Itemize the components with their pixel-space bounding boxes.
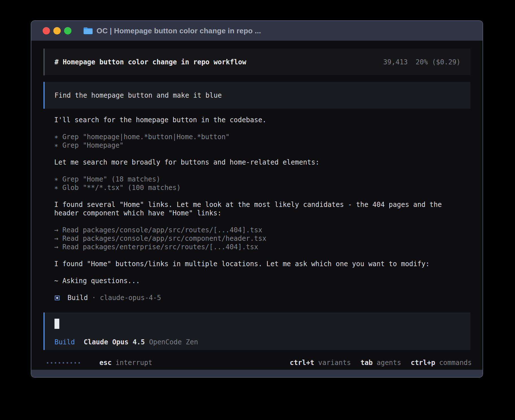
tool-call-group: → Read packages/console/app/src/routes/[… xyxy=(54,226,455,251)
assistant-text: I'll search for the homepage button in t… xyxy=(54,116,455,124)
assistant-paragraph: I found several "Home" links. Let me loo… xyxy=(54,200,455,217)
session-title: # Homepage button color change in repo w… xyxy=(54,58,246,66)
esc-label: interrupt xyxy=(115,359,152,367)
user-message-text: Find the homepage button and make it blu… xyxy=(54,91,222,99)
working-spinner-icon xyxy=(47,362,80,364)
assistant-paragraph: Let me search more broadly for buttons a… xyxy=(54,158,455,167)
agent-status-row: Build · claude-opus-4-5 xyxy=(54,294,455,302)
agents-label: agents xyxy=(377,359,401,367)
variants-label: variants xyxy=(318,359,351,367)
active-model-label[interactable]: Claude Opus 4.5 xyxy=(84,338,145,346)
tool-call-group: ∗ Grep "Home" (18 matches) ∗ Glob "**/*.… xyxy=(54,175,455,192)
token-count: 39,413 xyxy=(383,58,408,66)
tool-call-glob: ∗ Glob "**/*.tsx" (100 matches) xyxy=(54,183,455,192)
active-agent-label[interactable]: Build xyxy=(54,338,75,346)
assistant-text: I found "Home" buttons/links in multiple… xyxy=(54,260,455,268)
text-cursor xyxy=(54,319,59,329)
prompt-input[interactable]: Build Claude Opus 4.5 OpenCode Zen xyxy=(43,312,470,350)
window-titlebar[interactable]: OC | Homepage button color change in rep… xyxy=(31,21,483,41)
model-provider-label: OpenCode Zen xyxy=(149,338,198,346)
shortcut-commands[interactable]: ctrl+p commands xyxy=(411,359,472,367)
tool-call-grep: ∗ Grep "Homepage" xyxy=(54,141,455,150)
tool-call-read: → Read packages/enterprise/src/routes/[.… xyxy=(54,243,455,251)
esc-key: esc xyxy=(99,359,112,367)
close-button[interactable] xyxy=(43,27,50,34)
status-bar-right: ctrl+t variants tab agents ctrl+p comman… xyxy=(290,359,472,367)
context-usage: 20% ($0.29) xyxy=(416,58,461,66)
terminal-window: OC | Homepage button color change in rep… xyxy=(31,20,483,378)
folder-icon xyxy=(83,27,93,35)
window-bottom-chrome xyxy=(31,370,483,377)
agent-build-icon xyxy=(55,296,60,300)
user-message: Find the homepage button and make it blu… xyxy=(43,82,470,109)
status-bar: esc interrupt ctrl+t variants tab agents… xyxy=(47,358,472,367)
tool-call-read: → Read packages/console/app/src/routes/[… xyxy=(54,226,455,234)
zoom-button[interactable] xyxy=(64,27,71,34)
ctrl-t-key: ctrl+t xyxy=(290,359,314,367)
agent-name: Build xyxy=(67,294,88,302)
commands-label: commands xyxy=(439,359,472,367)
assistant-text: I found several "Home" links. Let me loo… xyxy=(54,200,455,217)
tool-call-read: → Read packages/console/app/src/componen… xyxy=(54,234,455,243)
minimize-button[interactable] xyxy=(53,27,61,34)
tool-call-grep: ∗ Grep "Home" (18 matches) xyxy=(54,175,455,183)
input-status-row: Build Claude Opus 4.5 OpenCode Zen xyxy=(54,338,461,346)
separator-dot: · xyxy=(92,294,96,302)
assistant-transcript: I'll search for the homepage button in t… xyxy=(54,116,455,302)
tool-call-grep: ∗ Grep "homepage|home.*button|Home.*butt… xyxy=(54,133,455,141)
traffic-lights xyxy=(43,27,71,34)
session-header: # Homepage button color change in repo w… xyxy=(43,49,470,75)
shortcut-variants[interactable]: ctrl+t variants xyxy=(290,359,351,367)
ctrl-p-key: ctrl+p xyxy=(411,359,435,367)
window-title: OC | Homepage button color change in rep… xyxy=(97,27,261,35)
shortcut-agents[interactable]: tab agents xyxy=(361,359,401,367)
agent-model: claude-opus-4-5 xyxy=(100,294,161,302)
assistant-paragraph: I found "Home" buttons/links in multiple… xyxy=(54,260,455,268)
tab-key: tab xyxy=(361,359,373,367)
asking-questions-status: ~ Asking questions... xyxy=(54,277,455,285)
assistant-text: Let me search more broadly for buttons a… xyxy=(54,158,455,167)
shortcut-interrupt[interactable]: esc interrupt xyxy=(99,359,152,367)
status-line: ~ Asking questions... xyxy=(54,277,455,285)
status-bar-left: esc interrupt xyxy=(47,359,152,367)
terminal-content: # Homepage button color change in repo w… xyxy=(31,41,483,370)
session-stats: 39,41320% ($0.29) xyxy=(351,50,461,74)
tool-call-group: ∗ Grep "homepage|home.*button|Home.*butt… xyxy=(54,133,455,150)
assistant-paragraph: I'll search for the homepage button in t… xyxy=(54,116,455,124)
